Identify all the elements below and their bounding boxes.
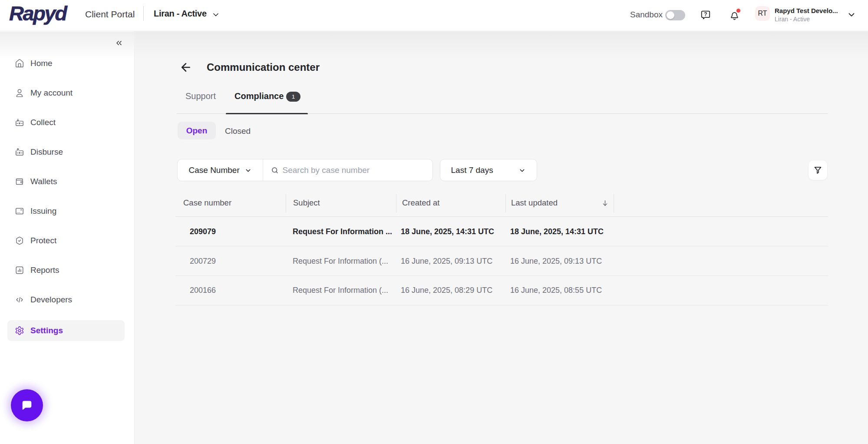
svg-text:?: ? bbox=[704, 11, 707, 17]
